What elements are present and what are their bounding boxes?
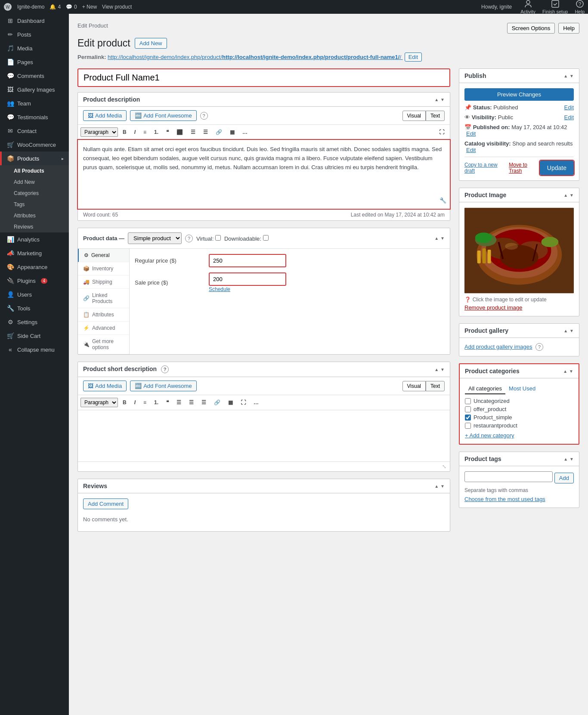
downloadable-checkbox[interactable] (263, 235, 269, 241)
data-tab-get-more[interactable]: 🔌 Get more options (78, 335, 129, 354)
remove-product-image-link[interactable]: Remove product image (464, 304, 522, 311)
product-type-select[interactable]: Simple product (128, 232, 182, 244)
fullscreen-button[interactable]: ⛶ (436, 127, 447, 137)
add-new-button[interactable]: Add New (135, 38, 167, 49)
align-center-button[interactable]: ☰ (188, 127, 198, 137)
category-checkbox-offer[interactable] (465, 406, 471, 412)
add-comment-button[interactable]: Add Comment (83, 498, 128, 509)
preview-changes-button[interactable]: Preview Changes (464, 88, 574, 101)
gallery-down[interactable]: ▼ (569, 328, 574, 333)
short-desc-paragraph-select[interactable]: Paragraph (80, 398, 118, 407)
bold-button[interactable]: B (120, 127, 130, 137)
product-title-input[interactable] (77, 68, 450, 87)
copy-draft-link[interactable]: Copy to a new draft (464, 162, 502, 174)
text-tab-button[interactable]: Text (426, 111, 445, 121)
sd-italic-button[interactable]: I (131, 398, 139, 407)
data-tab-advanced[interactable]: ⚡ Advanced (78, 322, 129, 335)
ordered-list-button[interactable]: 1. (151, 127, 161, 137)
product-image-up[interactable]: ▲ (563, 193, 568, 198)
align-left-button[interactable]: ⬛ (173, 127, 186, 137)
sd-ul-button[interactable]: ≡ (140, 398, 149, 407)
sidebar-item-team[interactable]: 👥 Team (0, 96, 69, 110)
sidebar-item-tools[interactable]: 🔧 Tools (0, 301, 69, 315)
short-desc-text-tab[interactable]: Text (426, 381, 445, 391)
reviews-down[interactable]: ▼ (440, 484, 445, 489)
link-button[interactable]: 🔗 (213, 127, 225, 137)
product-data-help-icon[interactable]: ? (185, 235, 193, 242)
finish-setup-button[interactable]: Finish setup (542, 0, 568, 14)
sidebar-collapse[interactable]: « Collapse menu (0, 343, 69, 356)
update-button[interactable]: Update (540, 161, 574, 175)
sidebar-item-comments[interactable]: 💬 Comments (0, 69, 69, 83)
move-trash-link[interactable]: Move to Trash (509, 162, 536, 174)
add-new-category-link[interactable]: + Add new category (465, 432, 514, 439)
sale-price-input[interactable] (209, 272, 286, 286)
gallery-up[interactable]: ▲ (563, 328, 568, 333)
sidebar-item-users[interactable]: 👤 Users (0, 288, 69, 301)
submenu-all-products[interactable]: All Products (0, 165, 69, 176)
categories-down[interactable]: ▼ (569, 369, 573, 374)
sd-align-right[interactable]: ☰ (198, 398, 209, 407)
permalink-edit-button[interactable]: Edit (405, 53, 422, 62)
more-button[interactable]: … (239, 127, 251, 137)
tags-down[interactable]: ▼ (569, 457, 574, 461)
short-desc-visual-tab[interactable]: Visual (402, 381, 426, 391)
sidebar-item-pages[interactable]: 📄 Pages (0, 55, 69, 69)
sidebar-item-posts[interactable]: ✏ Posts (0, 28, 69, 41)
categories-up[interactable]: ▲ (563, 369, 567, 374)
short-desc-resize-handle[interactable]: ⤡ (78, 462, 450, 471)
description-collapse-down[interactable]: ▼ (440, 97, 445, 102)
sidebar-item-gallery-images[interactable]: 🖼 Gallery Images (0, 83, 69, 96)
permalink-url[interactable]: http://localhost/ignite-demo/index.php/p… (108, 54, 403, 60)
status-edit-link[interactable]: Edit (564, 104, 574, 111)
sidebar-item-analytics[interactable]: 📊 Analytics (0, 232, 69, 246)
tags-input[interactable] (464, 471, 553, 482)
sd-align-center[interactable]: ☰ (186, 398, 197, 407)
comments-count[interactable]: 💬 0 (66, 4, 77, 10)
sidebar-item-appearance[interactable]: 🎨 Appearance (0, 260, 69, 274)
table-button[interactable]: ▦ (227, 127, 238, 137)
category-checkbox-restaurant[interactable] (465, 423, 471, 429)
visibility-edit-link[interactable]: Edit (564, 114, 574, 121)
unordered-list-button[interactable]: ≡ (140, 127, 149, 137)
short-desc-add-media-button[interactable]: 🖼 Add Media (83, 381, 127, 391)
publish-date-edit-link[interactable]: Edit (466, 130, 476, 137)
data-tab-shipping[interactable]: 🚚 Shipping (78, 275, 129, 289)
data-tab-general[interactable]: ⚙ General (78, 249, 129, 262)
submenu-attributes[interactable]: Attributes (0, 210, 69, 221)
sd-align-left[interactable]: ☰ (173, 398, 184, 407)
all-categories-tab[interactable]: All categories (465, 384, 505, 394)
data-tab-linked-products[interactable]: 🔗 Linked Products (78, 289, 129, 308)
short-desc-up[interactable]: ▲ (434, 367, 439, 372)
sd-expand[interactable]: ⛶ (238, 398, 249, 407)
sidebar-item-side-cart[interactable]: 🛒 Side Cart (0, 329, 69, 343)
help-button[interactable]: ? Help (575, 0, 585, 14)
description-editor[interactable]: Nullam quis ante. Etiam sit amet orci eg… (78, 140, 450, 209)
regular-price-input[interactable] (209, 254, 286, 267)
visual-tab-button[interactable]: Visual (402, 111, 426, 121)
tags-up[interactable]: ▲ (563, 457, 568, 461)
sd-more[interactable]: … (251, 398, 262, 407)
catalog-vis-edit-link[interactable]: Edit (466, 147, 476, 153)
publish-up[interactable]: ▲ (563, 74, 568, 78)
description-collapse-up[interactable]: ▲ (434, 97, 439, 102)
short-desc-editor[interactable] (78, 410, 450, 462)
product-image-down[interactable]: ▼ (569, 193, 574, 198)
site-name[interactable]: Ignite-demo (17, 4, 44, 10)
activity-button[interactable]: Activity (520, 0, 535, 14)
data-tab-inventory[interactable]: 📦 Inventory (78, 262, 129, 275)
submenu-categories[interactable]: Categories (0, 188, 69, 199)
sidebar-item-plugins[interactable]: 🔌 Plugins 4 (0, 274, 69, 288)
tags-add-button[interactable]: Add (554, 473, 574, 483)
short-desc-help-icon[interactable]: ? (161, 365, 169, 373)
product-image-thumbnail[interactable] (464, 207, 574, 294)
sd-blockquote-button[interactable]: ❝ (163, 398, 172, 407)
sd-table[interactable]: ▦ (225, 398, 236, 407)
sd-bold-button[interactable]: B (120, 398, 130, 407)
wp-logo-icon[interactable]: W (3, 3, 12, 11)
view-product-link[interactable]: View product (102, 4, 132, 10)
data-tab-attributes[interactable]: 📋 Attributes (78, 308, 129, 322)
screen-options-button[interactable]: Screen Options (507, 23, 555, 34)
short-desc-down[interactable]: ▼ (440, 367, 445, 372)
submenu-tags[interactable]: Tags (0, 199, 69, 210)
